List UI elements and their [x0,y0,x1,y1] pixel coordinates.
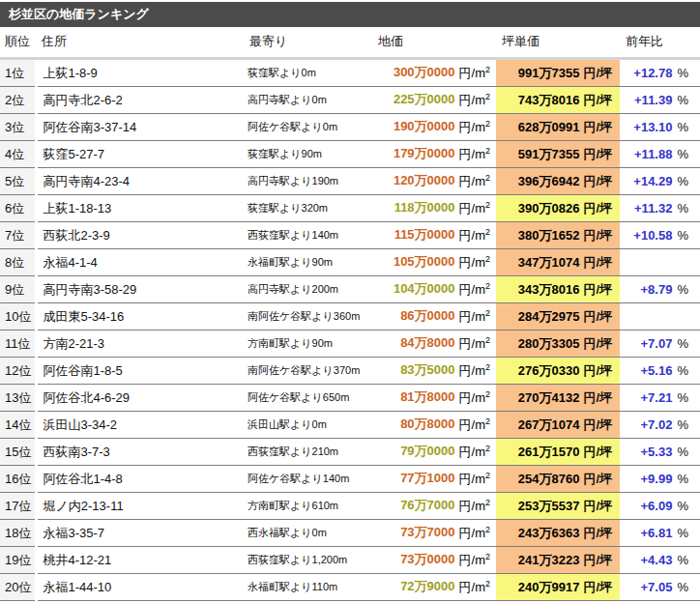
nearest-station-cell: 高円寺駅より200m [244,276,372,303]
land-price-unit: 円/m2 [459,445,490,459]
yoy-cell: +7.02% [620,412,700,439]
tsubo-price-unit: 円/坪 [583,282,612,297]
land-price-cell: 190万0000円/m2 [372,114,496,141]
table-row: 7位 西荻北2-3-9 西荻窪駅より140m 115万0000円/m2 380万… [0,222,700,249]
rank-cell: 3位 [0,114,36,141]
address-cell: 西荻北2-3-9 [36,222,244,249]
tsubo-price-unit: 円/坪 [583,174,612,188]
yoy-cell: +13.10% [620,114,700,141]
address-cell: 西荻南3-7-3 [36,439,244,466]
table-row: 16位 阿佐谷北1-4-8 阿佐ケ谷駅より140m 77万1000円/m2 25… [0,466,700,493]
land-price-unit: 円/m2 [459,363,490,378]
yoy-cell: +10.58% [620,222,700,249]
land-price-unit: 円/m2 [459,228,490,243]
page-title: 杉並区の地価ランキング [0,2,700,27]
land-price-unit: 円/m2 [459,472,490,486]
tsubo-price-cell: 591万7355円/坪 [496,141,620,168]
address-cell: 上荻1-18-13 [36,195,244,222]
land-price-cell: 72万9000円/m2 [372,574,496,601]
nearest-station-cell: 方南町駅より610m [244,493,372,520]
nearest-station-cell: 永福町駅より90m [244,249,372,276]
land-price-unit: 円/m2 [459,282,490,297]
tsubo-price-value: 380万1652 [518,228,580,243]
yoy-percent-sign: % [677,390,688,405]
yoy-percent-sign: % [677,363,688,378]
yoy-cell: +5.16% [620,358,700,385]
header-rank: 順位 [0,27,36,59]
table-row: 18位 永福3-35-7 西永福駅より0m 73万7000円/m2 243万63… [0,520,700,547]
land-price-value: 104万0000 [394,282,455,297]
yoy-value: +5.33 [641,445,673,459]
yoy-value: +7.21 [641,390,673,405]
tsubo-price-unit: 円/坪 [583,526,612,540]
yoy-percent-sign: % [677,336,688,351]
tsubo-price-cell: 628万0991円/坪 [496,114,620,141]
tsubo-price-value: 390万0826 [518,201,580,215]
land-price-unit: 円/m2 [459,147,490,161]
land-price-cell: 73万0000円/m2 [372,547,496,574]
yoy-percent-sign: % [677,580,688,594]
tsubo-price-value: 396万6942 [518,174,580,188]
rank-cell: 19位 [0,547,36,574]
tsubo-price-cell: 991万7355円/坪 [496,59,620,87]
address-cell: 高円寺南3-58-29 [36,276,244,303]
yoy-value: +4.43 [641,553,673,567]
rank-cell: 14位 [0,412,36,439]
land-price-unit: 円/m2 [459,120,490,134]
rank-cell: 15位 [0,439,36,466]
yoy-value: +6.81 [641,526,673,540]
table-row: 1位 上荻1-8-9 荻窪駅より0m 300万0000円/m2 991万7355… [0,59,700,87]
header-yoy: 前年比 [620,27,700,59]
yoy-value: +6.09 [641,499,673,513]
land-price-value: 105万0000 [394,255,455,270]
nearest-station-cell: 南阿佐ケ谷駅より360m [244,303,372,330]
tsubo-price-unit: 円/坪 [583,147,612,161]
table-row: 20位 永福1-44-10 永福町駅より110m 72万9000円/m2 240… [0,574,700,601]
tsubo-price-unit: 円/坪 [583,120,612,134]
tsubo-price-value: 347万1074 [518,255,580,270]
header-nearest-station: 最寄り [244,27,372,59]
land-price-value: 118万0000 [394,201,455,215]
rank-cell: 1位 [0,59,36,87]
yoy-value: +9.99 [641,472,673,486]
nearest-station-cell: 高円寺駅より0m [244,87,372,114]
nearest-station-cell: 高円寺駅より190m [244,168,372,195]
rank-cell: 9位 [0,276,36,303]
land-price-cell: 105万0000円/m2 [372,249,496,276]
yoy-percent-sign: % [677,553,688,567]
land-price-cell: 80万8000円/m2 [372,412,496,439]
tsubo-price-value: 280万3305 [518,336,580,351]
land-price-ranking-table: 順位 住所 最寄り 地価 坪単価 前年比 1位 上荻1-8-9 荻窪駅より0m … [0,27,700,601]
address-cell: 荻窪5-27-7 [36,141,244,168]
tsubo-price-cell: 396万6942円/坪 [496,168,620,195]
table-row: 19位 桃井4-12-21 西荻窪駅より1,200m 73万0000円/m2 2… [0,547,700,574]
yoy-percent-sign: % [677,445,688,459]
table-row: 3位 阿佐谷南3-37-14 阿佐ケ谷駅より0m 190万0000円/m2 62… [0,114,700,141]
yoy-percent-sign: % [677,472,688,486]
rank-cell: 10位 [0,303,36,330]
address-cell: 高円寺北2-6-2 [36,87,244,114]
yoy-cell: +7.21% [620,385,700,412]
address-cell: 方南2-21-3 [36,330,244,358]
tsubo-price-unit: 円/坪 [583,336,612,351]
yoy-value: +11.39 [634,93,672,107]
land-price-unit: 円/m2 [459,93,490,107]
tsubo-price-cell: 261万1570円/坪 [496,439,620,466]
yoy-value: +12.78 [633,66,672,80]
rank-cell: 12位 [0,358,36,385]
land-price-value: 72万9000 [400,580,454,594]
land-price-cell: 79万0000円/m2 [372,439,496,466]
tsubo-price-cell: 343万8016円/坪 [496,276,620,303]
land-price-value: 179万0000 [394,147,455,161]
address-cell: 永福4-1-4 [36,249,244,276]
tsubo-price-value: 591万7355 [518,147,580,161]
address-cell: 阿佐谷南1-8-5 [36,358,244,385]
yoy-value: +7.05 [641,580,673,594]
tsubo-price-unit: 円/坪 [583,309,612,324]
land-price-cell: 104万0000円/m2 [372,276,496,303]
rank-cell: 4位 [0,141,36,168]
land-price-value: 73万0000 [400,553,454,567]
rank-cell: 5位 [0,168,36,195]
address-cell: 堀ノ内2-13-11 [36,493,244,520]
rank-cell: 13位 [0,385,36,412]
